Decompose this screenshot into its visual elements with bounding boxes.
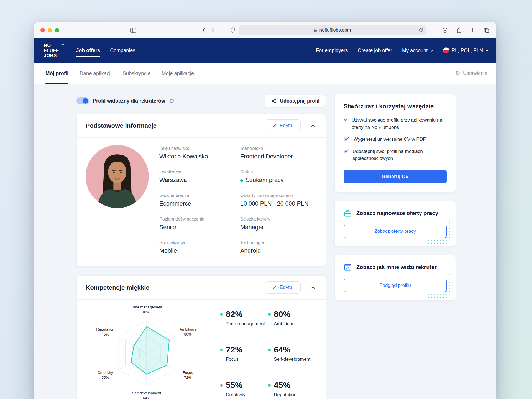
nav-job-offers[interactable]: Job offers bbox=[76, 46, 100, 55]
edit-label: Edytuj bbox=[280, 285, 293, 290]
skill-stat-self-development: 64% Self-development bbox=[268, 345, 316, 362]
zoom-window-button[interactable] bbox=[55, 28, 59, 32]
briefcase-icon bbox=[344, 209, 352, 218]
address-bar[interactable]: nofluffjobs.com bbox=[239, 25, 426, 35]
chevron-up-icon bbox=[311, 286, 315, 289]
edit-basic-info-button[interactable]: Edytuj bbox=[265, 119, 301, 132]
nofluffjobs-logo[interactable]: NO FLUFF JOBS TM bbox=[44, 43, 64, 58]
soft-skills-radar: Time management82%Ambitious80%Focus72%Se… bbox=[82, 303, 214, 399]
gear-icon: ⚙ bbox=[455, 70, 460, 76]
teal-dot-icon bbox=[220, 384, 223, 387]
visibility-settings-gear-icon[interactable]: ⚙ bbox=[169, 98, 174, 104]
teal-dot-icon bbox=[220, 313, 223, 316]
chevron-up-icon bbox=[311, 124, 315, 127]
avatar bbox=[86, 145, 149, 208]
minimize-window-button[interactable] bbox=[48, 28, 52, 32]
cv-benefit-item: Używaj swojego profilu przy aplikowaniu … bbox=[344, 117, 447, 131]
downloads-icon[interactable] bbox=[442, 27, 448, 33]
collapse-basic-info-button[interactable] bbox=[311, 124, 315, 127]
edit-soft-skills-button[interactable]: Edytuj bbox=[265, 281, 301, 294]
generate-cv-button[interactable]: Generuj CV bbox=[344, 170, 447, 183]
svg-text:Reputation45%: Reputation45% bbox=[96, 327, 114, 336]
settings-label: Ustawienia bbox=[463, 70, 487, 76]
field-industry: Główna branża Ecommerce bbox=[159, 193, 240, 207]
field-location: Lokalizacja Warszawa bbox=[159, 170, 240, 184]
field-position: Stanowisko Frontend Developer bbox=[240, 146, 317, 160]
browser-window: nofluffjobs.com NO bbox=[34, 22, 496, 399]
profile-preview-button[interactable]: Podgląd profilu bbox=[344, 279, 447, 292]
svg-text:Self-development64%: Self-development64% bbox=[132, 391, 161, 399]
visibility-toggle-label: Profil widoczny dla rekruterów bbox=[93, 98, 165, 104]
basic-info-fields: Imię i nazwisko Wiktoria Kowalska Stanow… bbox=[159, 145, 317, 254]
dots-decoration bbox=[448, 273, 454, 293]
pencil-icon bbox=[272, 285, 277, 290]
skill-stat-creativity: 55% Creativity bbox=[220, 380, 268, 398]
lock-icon bbox=[314, 28, 317, 32]
dots-decoration bbox=[448, 219, 454, 239]
teal-dot-icon bbox=[268, 349, 271, 351]
cv-benefit-item: Udostępnij swój profil na mediach społec… bbox=[344, 148, 447, 162]
tab-moj-profil[interactable]: Mój profil bbox=[45, 63, 68, 84]
svg-text:Focus72%: Focus72% bbox=[183, 370, 193, 380]
svg-text:Creativity55%: Creativity55% bbox=[98, 370, 113, 380]
settings-button[interactable]: ⚙ Ustawienia bbox=[455, 63, 487, 84]
privacy-shield-icon[interactable] bbox=[230, 27, 235, 33]
browser-chrome: nofluffjobs.com bbox=[34, 22, 496, 38]
collapse-soft-skills-button[interactable] bbox=[311, 286, 315, 289]
tab-subskrypcje[interactable]: Subskrypcje bbox=[122, 63, 150, 84]
teal-dot-icon bbox=[268, 313, 271, 316]
sidebar-toggle-icon[interactable] bbox=[73, 28, 194, 33]
chevron-down-icon bbox=[430, 50, 433, 52]
cv-card-title: Stwórz raz i korzystaj wszędzie bbox=[344, 103, 447, 110]
tab-moje-aplikacje[interactable]: Moje aplikacje bbox=[162, 63, 194, 84]
check-icon bbox=[344, 136, 350, 142]
traffic-lights bbox=[40, 28, 59, 32]
tab-dane-aplikacji[interactable]: Dane aplikacji bbox=[80, 63, 111, 84]
skill-stats-list: 82% Time management 80% Ambitious 72% Fo… bbox=[217, 303, 318, 399]
cv-generator-card: Stwórz raz i korzystaj wszędzie Używaj s… bbox=[334, 94, 456, 193]
job-offers-card: Zobacz najnowsze oferty pracy Zobacz ofe… bbox=[334, 201, 456, 247]
reload-icon[interactable] bbox=[418, 28, 423, 34]
edit-label: Edytuj bbox=[280, 123, 293, 129]
share-page-icon[interactable] bbox=[456, 27, 462, 34]
soft-skills-card: Kompetencje miękkie Edytuj Time manageme… bbox=[76, 275, 326, 399]
close-window-button[interactable] bbox=[40, 28, 45, 32]
teal-dot-icon bbox=[220, 349, 223, 351]
logo-line-2: FLUFF bbox=[44, 48, 59, 53]
logo-line-1: NO bbox=[44, 43, 59, 48]
field-experience: Poziom doświadczenia Senior bbox=[159, 217, 240, 231]
locale-label: PL, POL, PLN bbox=[452, 48, 483, 53]
pencil-icon bbox=[272, 124, 277, 128]
share-icon bbox=[271, 98, 277, 104]
cv-benefit-item: Wygeneruj uniwersalne CV w PDF bbox=[344, 136, 447, 143]
share-profile-label: Udostępnij profil bbox=[280, 98, 319, 104]
check-icon bbox=[344, 148, 349, 154]
skill-stat-time-management: 82% Time management bbox=[220, 310, 268, 327]
recruiter-window-icon bbox=[344, 263, 352, 272]
nav-create-job-offer[interactable]: Create job offer bbox=[358, 48, 392, 53]
field-name: Imię i nazwisko Wiktoria Kowalska bbox=[159, 146, 240, 160]
see-job-offers-button[interactable]: Zobacz oferty pracy bbox=[344, 225, 447, 238]
locale-selector[interactable]: PL, POL, PLN bbox=[443, 47, 488, 53]
skill-stat-reputation: 45% Reputation bbox=[268, 380, 316, 398]
logo-line-3: JOBS bbox=[44, 53, 59, 58]
nav-for-employers[interactable]: For employers bbox=[316, 48, 348, 53]
main-navbar: NO FLUFF JOBS TM Job offers Companies Fo… bbox=[34, 38, 496, 63]
share-profile-button[interactable]: Udostępnij profil bbox=[265, 95, 326, 107]
nav-my-account[interactable]: My account bbox=[402, 48, 433, 53]
poland-flag-icon bbox=[443, 47, 449, 53]
my-account-label: My account bbox=[402, 48, 428, 53]
field-salary: Otwarty na wynagrodzenie 10 000 PLN - 20… bbox=[240, 193, 317, 207]
svg-text:Ambitious80%: Ambitious80% bbox=[180, 327, 196, 336]
back-icon[interactable] bbox=[202, 28, 205, 33]
job-offers-card-title: Zobacz najnowsze oferty pracy bbox=[356, 210, 438, 216]
basic-info-title: Podstawowe informacje bbox=[86, 122, 157, 129]
profile-visibility-toggle[interactable] bbox=[76, 97, 89, 104]
nav-companies[interactable]: Companies bbox=[110, 46, 135, 55]
new-tab-icon[interactable] bbox=[470, 28, 475, 33]
forward-icon[interactable] bbox=[211, 28, 214, 33]
profile-subnav: Mój profil Dane aplikacji Subskrypcje Mo… bbox=[34, 63, 496, 84]
soft-skills-title: Kompetencje miękkie bbox=[86, 284, 149, 291]
tab-overview-icon[interactable] bbox=[484, 27, 490, 33]
chevron-down-icon bbox=[485, 50, 488, 52]
